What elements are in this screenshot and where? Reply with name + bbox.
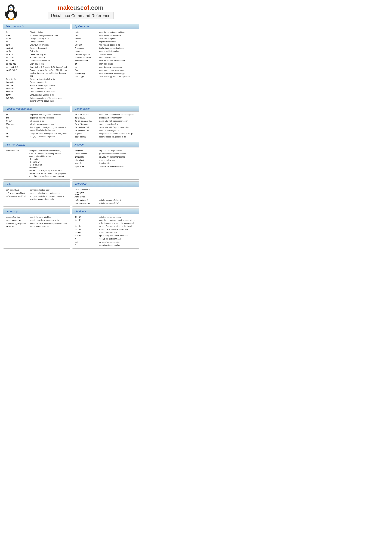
table-row: lsDirectory listing — [6, 31, 68, 34]
table-row: whoamiwho you are logged in as — [74, 43, 137, 46]
section-title-ssh: SSH — [3, 182, 70, 187]
desc-cell: Show current directory — [29, 43, 68, 46]
compression-table: tar cf file.tar filescreate a tar named … — [74, 113, 137, 139]
table-row: more fileOutput the contents of file — [6, 87, 68, 90]
section-title-shortcuts: Shortcuts — [72, 209, 139, 214]
table-row: rm –r dirDelete directory dir — [6, 53, 68, 56]
cmd-cell: top — [6, 116, 29, 119]
desc-cell: get whois information for domain — [98, 152, 137, 155]
cmd-cell: w — [74, 40, 98, 43]
section-body-ssh: ssh user@hostconnect to host as userssh … — [3, 187, 70, 202]
installation-pkg-table: dpkg -i pkg.debinstall a package (Debian… — [74, 198, 137, 205]
table-row: rm –f fileForce remove fire — [6, 56, 68, 59]
brand-title: makeuseof.com Unix/Linux Command Referen… — [22, 4, 139, 19]
desc-cell: Formatted listing with hidden files — [29, 34, 68, 37]
cmd-cell: whereis app — [74, 72, 98, 75]
perm-cmd: chmod octal file — [6, 149, 28, 178]
section-body-system-info: dateshow the current date and timecalsho… — [72, 29, 139, 80]
desc-cell: erases the whole line — [98, 231, 137, 234]
table-row: rm –rf dirFor remove directory dir — [6, 59, 68, 62]
table-row: psdisplay all currently active processes — [6, 113, 68, 116]
desc-cell: show possible locations of app — [98, 72, 137, 75]
table-row: grep pattern filessearch for pattern in … — [6, 215, 68, 219]
desc-cell: connect to host as user — [29, 189, 68, 192]
desc-cell: Output the firest 10 lines of file — [29, 90, 68, 93]
brand-make: make — [58, 4, 73, 11]
table-row: Ctrl+Werases one word in the current lin… — [74, 228, 137, 231]
section-body-compression: tar cf file.tar filescreate a tar named … — [72, 111, 139, 140]
desc-cell: who you are logged in as — [98, 43, 137, 46]
table-row: tail fileOutput the last 10 lines of fil… — [6, 93, 68, 96]
cmd-cell: ping host — [74, 149, 98, 152]
table-row: whois domainget whois information for do… — [74, 152, 137, 155]
table-row: ssh-copy-id user@hostadd your key to hos… — [6, 195, 68, 201]
svg-point-9 — [12, 7, 12, 8]
cmd-cell: cp file1 file2 — [6, 62, 29, 66]
desc-cell: Create symbolic link link to file — [29, 78, 68, 81]
cmd-cell: du — [74, 66, 98, 69]
desc-cell: display information about user — [98, 46, 137, 50]
table-row: calshow this month's calendar — [74, 34, 137, 37]
table-row: cp –r dir1 dir2Copy dir1 to dir2; create… — [6, 66, 68, 69]
table-row: ls -alFormatted listing with hidden file… — [6, 34, 68, 37]
table-row: Ctrl+Zstops the current command, resume … — [74, 219, 137, 225]
desc-cell: extract a tar using Gzip — [98, 123, 137, 126]
section-title-file-commands: File commands — [3, 24, 70, 29]
table-row: whereis appshow possible locations of ap… — [74, 72, 137, 75]
cmd-cell: finger user — [74, 46, 98, 50]
desc-cell: stops the current command, resume with f… — [98, 219, 137, 225]
table-row: tar xjf file.tar.bz2extract a tar using … — [74, 129, 137, 132]
table-row: dfshow disk usage — [74, 62, 137, 66]
shortcuts-table: Ctrl+Chalts the current commandCtrl+Zsto… — [74, 215, 137, 247]
desc-cell: Delete file — [29, 50, 68, 53]
cmd-cell: tail file — [6, 93, 29, 96]
desc-cell: search recursively for pattern in dir — [29, 219, 68, 222]
table-row: Ctrl+Chalts the current command — [74, 215, 137, 219]
desc-cell: ping host and output results — [98, 149, 137, 152]
table-row: dig domainget DNS information for domain — [74, 155, 137, 159]
cmd-cell: ls -al — [6, 34, 29, 37]
svg-point-3 — [9, 6, 13, 11]
cmd-cell: ssh-copy-id user@host — [6, 195, 29, 201]
table-row: ping hostping host and output results — [74, 149, 137, 152]
cmd-cell: cal — [74, 34, 98, 37]
searching-table: grep pattern filessearch for pattern in … — [6, 215, 68, 228]
logo-area — [3, 3, 19, 21]
desc-cell: Output the last 10 lines of file — [29, 93, 68, 96]
desc-cell: lists stopped or background jobs; resume… — [29, 126, 68, 132]
desc-cell: find all instances of file — [29, 225, 68, 228]
section-body-process-management: psdisplay all currently active processes… — [3, 111, 70, 140]
system-info-table: dateshow the current date and timecalsho… — [74, 31, 137, 78]
desc-cell: cpu information — [98, 53, 137, 56]
section-compression: Compression tar cf file.tar filescreate … — [72, 106, 139, 140]
table-row: topdisplay all running processes — [6, 116, 68, 119]
table-row: exitlog out of current session — [74, 241, 137, 244]
header: makeuseof.com Unix/Linux Command Referen… — [3, 3, 139, 21]
cmd-cell: man command — [74, 59, 98, 62]
cmd-cell: ps — [6, 113, 29, 116]
table-row: head fileOutput the firest 10 lines of f… — [6, 90, 68, 93]
desc-cell: create a tar with Bzip2 compression — [98, 126, 137, 129]
table-row: tar cjf file.tar.bz2create a tar with Bz… — [74, 126, 137, 129]
table-row: locate filefind all instances of file — [6, 225, 68, 228]
table-row: fgBrings the most recent job to the fore… — [6, 132, 68, 135]
desc-cell: display who is online — [98, 40, 137, 43]
desc-cell: use with extreme caution — [98, 244, 137, 247]
table-row: tar xzf file.tar.gzextract a tar using G… — [74, 123, 137, 126]
desc-cell: show which app will be run by default — [98, 75, 137, 78]
table-row: mkdir dirCreate a directory dir — [6, 46, 68, 50]
cmd-cell: cat /proc /cpuinfo — [74, 53, 98, 56]
table-row: tar cf file.tar filescreate a tar named … — [74, 113, 137, 116]
cmd-cell: touch file — [6, 81, 29, 84]
section-ssh: SSH ssh user@hostconnect to host as user… — [3, 182, 70, 207]
desc-cell: Output the contents of file — [29, 87, 68, 90]
table-row: *use with extreme caution — [74, 244, 137, 247]
cmd-cell: tar czf file.tar.gz files — [74, 119, 98, 123]
cmd-cell: dpkg -i pkg.deb — [74, 198, 98, 202]
cmd-cell: uptime — [74, 37, 98, 40]
cmd-cell: grep -r pattern dir — [6, 219, 29, 222]
cmd-cell: tar xf file.tar — [74, 116, 98, 119]
desc-cell: For remove directory dir — [29, 59, 68, 62]
file-permissions-table: chmod octal file change the permissions … — [6, 149, 68, 178]
table-row: man commandshow the manual for command — [74, 59, 137, 62]
